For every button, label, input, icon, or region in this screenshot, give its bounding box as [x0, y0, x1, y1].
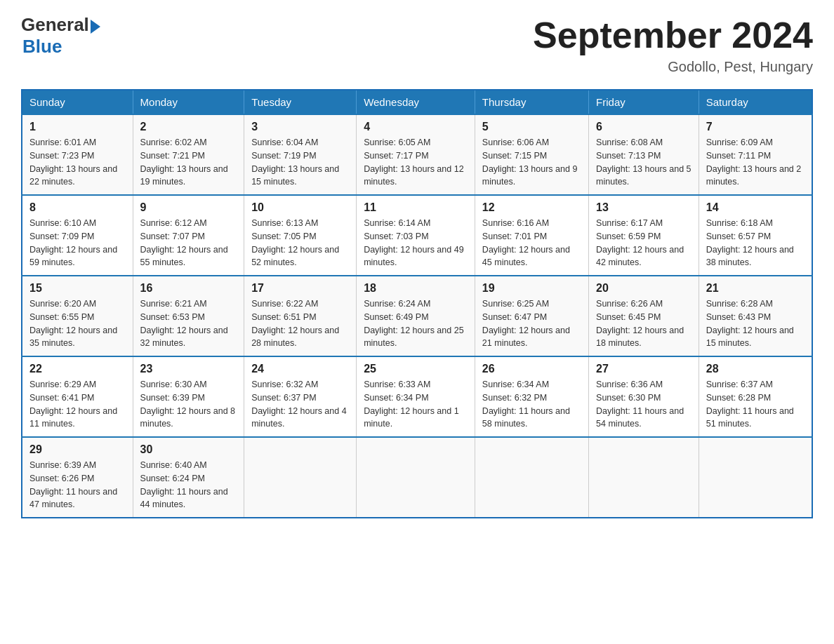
day-number: 8 — [29, 201, 126, 214]
calendar-cell: 12Sunrise: 6:16 AMSunset: 7:01 PMDayligh… — [475, 195, 588, 276]
calendar-cell: 22Sunrise: 6:29 AMSunset: 6:41 PMDayligh… — [22, 356, 133, 437]
calendar-cell: 8Sunrise: 6:10 AMSunset: 7:09 PMDaylight… — [22, 195, 133, 276]
day-info: Sunrise: 6:30 AMSunset: 6:39 PMDaylight:… — [140, 378, 237, 431]
calendar-cell: 10Sunrise: 6:13 AMSunset: 7:05 PMDayligh… — [244, 195, 357, 276]
header-row: SundayMondayTuesdayWednesdayThursdayFrid… — [22, 90, 812, 114]
logo: General Blue — [21, 14, 100, 58]
calendar-cell: 11Sunrise: 6:14 AMSunset: 7:03 PMDayligh… — [357, 195, 475, 276]
calendar-cell: 29Sunrise: 6:39 AMSunset: 6:26 PMDayligh… — [22, 437, 133, 518]
page-header: General Blue September 2024 Godollo, Pes… — [21, 14, 813, 75]
day-number: 7 — [706, 121, 805, 133]
day-info: Sunrise: 6:18 AMSunset: 6:57 PMDaylight:… — [706, 217, 805, 269]
day-number: 21 — [706, 282, 805, 295]
day-info: Sunrise: 6:10 AMSunset: 7:09 PMDaylight:… — [29, 217, 126, 269]
calendar-week-1: 1Sunrise: 6:01 AMSunset: 7:23 PMDaylight… — [22, 114, 812, 195]
calendar-cell: 9Sunrise: 6:12 AMSunset: 7:07 PMDaylight… — [133, 195, 244, 276]
header-monday: Monday — [133, 90, 244, 114]
calendar-cell: 4Sunrise: 6:05 AMSunset: 7:17 PMDaylight… — [357, 114, 475, 195]
day-info: Sunrise: 6:24 AMSunset: 6:49 PMDaylight:… — [364, 297, 468, 350]
calendar-cell: 27Sunrise: 6:36 AMSunset: 6:30 PMDayligh… — [589, 356, 699, 437]
day-info: Sunrise: 6:09 AMSunset: 7:11 PMDaylight:… — [706, 136, 805, 189]
calendar-cell: 16Sunrise: 6:21 AMSunset: 6:53 PMDayligh… — [133, 276, 244, 356]
calendar-week-4: 22Sunrise: 6:29 AMSunset: 6:41 PMDayligh… — [22, 356, 812, 437]
calendar-cell: 2Sunrise: 6:02 AMSunset: 7:21 PMDaylight… — [133, 114, 244, 195]
day-info: Sunrise: 6:08 AMSunset: 7:13 PMDaylight:… — [596, 136, 691, 189]
day-number: 5 — [482, 121, 581, 133]
calendar-cell: 26Sunrise: 6:34 AMSunset: 6:32 PMDayligh… — [475, 356, 588, 437]
calendar-cell: 21Sunrise: 6:28 AMSunset: 6:43 PMDayligh… — [699, 276, 812, 356]
day-info: Sunrise: 6:17 AMSunset: 6:59 PMDaylight:… — [596, 217, 691, 269]
calendar-cell: 18Sunrise: 6:24 AMSunset: 6:49 PMDayligh… — [357, 276, 475, 356]
month-title: September 2024 — [533, 14, 813, 56]
day-info: Sunrise: 6:05 AMSunset: 7:17 PMDaylight:… — [364, 136, 468, 189]
day-info: Sunrise: 6:26 AMSunset: 6:45 PMDaylight:… — [596, 297, 691, 350]
day-number: 10 — [251, 201, 349, 214]
day-info: Sunrise: 6:22 AMSunset: 6:51 PMDaylight:… — [251, 297, 349, 350]
day-number: 11 — [364, 201, 468, 214]
logo-general-text: General — [21, 14, 89, 36]
header-saturday: Saturday — [699, 90, 812, 114]
day-number: 22 — [29, 363, 126, 375]
day-number: 30 — [140, 443, 237, 456]
day-info: Sunrise: 6:28 AMSunset: 6:43 PMDaylight:… — [706, 297, 805, 350]
day-number: 9 — [140, 201, 237, 214]
day-info: Sunrise: 6:34 AMSunset: 6:32 PMDaylight:… — [482, 378, 581, 431]
calendar-week-2: 8Sunrise: 6:10 AMSunset: 7:09 PMDaylight… — [22, 195, 812, 276]
calendar-table: SundayMondayTuesdayWednesdayThursdayFrid… — [21, 89, 813, 518]
day-number: 2 — [140, 121, 237, 133]
day-number: 29 — [29, 443, 126, 456]
day-number: 16 — [140, 282, 237, 295]
day-number: 15 — [29, 282, 126, 295]
day-number: 20 — [596, 282, 691, 295]
calendar-cell: 15Sunrise: 6:20 AMSunset: 6:55 PMDayligh… — [22, 276, 133, 356]
day-info: Sunrise: 6:04 AMSunset: 7:19 PMDaylight:… — [251, 136, 349, 189]
logo-blue-text: Blue — [22, 36, 62, 58]
calendar-week-5: 29Sunrise: 6:39 AMSunset: 6:26 PMDayligh… — [22, 437, 812, 518]
day-number: 6 — [596, 121, 691, 133]
day-number: 3 — [251, 121, 349, 133]
location-text: Godollo, Pest, Hungary — [533, 59, 813, 75]
calendar-cell: 1Sunrise: 6:01 AMSunset: 7:23 PMDaylight… — [22, 114, 133, 195]
calendar-cell: 3Sunrise: 6:04 AMSunset: 7:19 PMDaylight… — [244, 114, 357, 195]
calendar-week-3: 15Sunrise: 6:20 AMSunset: 6:55 PMDayligh… — [22, 276, 812, 356]
day-number: 19 — [482, 282, 581, 295]
header-tuesday: Tuesday — [244, 90, 357, 114]
day-info: Sunrise: 6:37 AMSunset: 6:28 PMDaylight:… — [706, 378, 805, 431]
day-number: 27 — [596, 363, 691, 375]
day-number: 18 — [364, 282, 468, 295]
calendar-cell — [589, 437, 699, 518]
day-number: 26 — [482, 363, 581, 375]
day-info: Sunrise: 6:40 AMSunset: 6:24 PMDaylight:… — [140, 459, 237, 511]
calendar-cell: 5Sunrise: 6:06 AMSunset: 7:15 PMDaylight… — [475, 114, 588, 195]
day-info: Sunrise: 6:13 AMSunset: 7:05 PMDaylight:… — [251, 217, 349, 269]
day-info: Sunrise: 6:20 AMSunset: 6:55 PMDaylight:… — [29, 297, 126, 350]
day-number: 14 — [706, 201, 805, 214]
logo-arrow-icon — [91, 20, 100, 34]
header-sunday: Sunday — [22, 90, 133, 114]
title-section: September 2024 Godollo, Pest, Hungary — [533, 14, 813, 75]
calendar-cell: 30Sunrise: 6:40 AMSunset: 6:24 PMDayligh… — [133, 437, 244, 518]
calendar-cell — [357, 437, 475, 518]
calendar-cell: 7Sunrise: 6:09 AMSunset: 7:11 PMDaylight… — [699, 114, 812, 195]
day-number: 1 — [29, 121, 126, 133]
calendar-cell: 14Sunrise: 6:18 AMSunset: 6:57 PMDayligh… — [699, 195, 812, 276]
day-info: Sunrise: 6:01 AMSunset: 7:23 PMDaylight:… — [29, 136, 126, 189]
calendar-cell: 6Sunrise: 6:08 AMSunset: 7:13 PMDaylight… — [589, 114, 699, 195]
day-info: Sunrise: 6:02 AMSunset: 7:21 PMDaylight:… — [140, 136, 237, 189]
day-info: Sunrise: 6:16 AMSunset: 7:01 PMDaylight:… — [482, 217, 581, 269]
calendar-cell: 17Sunrise: 6:22 AMSunset: 6:51 PMDayligh… — [244, 276, 357, 356]
header-friday: Friday — [589, 90, 699, 114]
day-number: 24 — [251, 363, 349, 375]
day-number: 25 — [364, 363, 468, 375]
calendar-cell — [475, 437, 588, 518]
day-number: 23 — [140, 363, 237, 375]
day-info: Sunrise: 6:21 AMSunset: 6:53 PMDaylight:… — [140, 297, 237, 350]
calendar-body: 1Sunrise: 6:01 AMSunset: 7:23 PMDaylight… — [22, 114, 812, 518]
calendar-cell: 25Sunrise: 6:33 AMSunset: 6:34 PMDayligh… — [357, 356, 475, 437]
calendar-cell: 24Sunrise: 6:32 AMSunset: 6:37 PMDayligh… — [244, 356, 357, 437]
day-number: 28 — [706, 363, 805, 375]
day-info: Sunrise: 6:39 AMSunset: 6:26 PMDaylight:… — [29, 459, 126, 511]
calendar-cell — [244, 437, 357, 518]
header-wednesday: Wednesday — [357, 90, 475, 114]
day-info: Sunrise: 6:25 AMSunset: 6:47 PMDaylight:… — [482, 297, 581, 350]
